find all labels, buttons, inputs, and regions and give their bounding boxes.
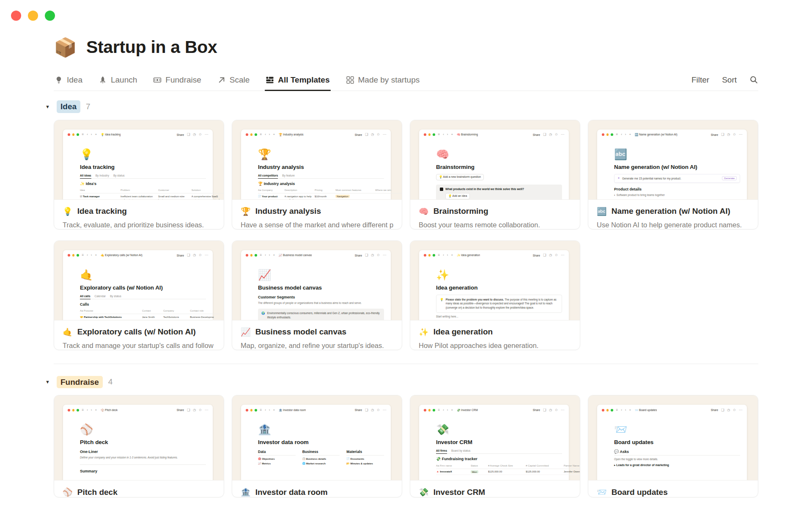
preview-page-title: Investor data room	[258, 439, 384, 445]
template-card-idea-tracking[interactable]: ≡‹›+💡 Idea trackingShare❑◷✩⋯💡Idea tracki…	[54, 120, 224, 229]
preview-window-title: 📨 Board updates	[635, 409, 657, 412]
preview-table-cell: $125,000.00	[526, 469, 563, 475]
lightbulb-icon	[55, 76, 63, 84]
status-tag: Navigation	[335, 195, 349, 198]
template-card-investor-data-room[interactable]: ≡‹›+🏦 Investor data roomShare❑◷✩⋯🏦Invest…	[232, 395, 402, 497]
collapse-triangle-icon[interactable]: ▼	[45, 104, 51, 109]
card-preview: ≡‹›+🔤 Name generation (w/ Notion AI)Shar…	[588, 120, 758, 200]
preview-table-header: Aa Firm name	[436, 463, 471, 469]
share-label: Share	[177, 409, 184, 411]
card-info: 🧠BrainstormingBoost your teams remote co…	[410, 200, 580, 229]
template-card-board-updates[interactable]: ≡‹›+📨 Board updatesShare❑◷✩⋯📨Board updat…	[588, 395, 758, 497]
collapse-triangle-icon[interactable]: ▼	[45, 379, 51, 384]
preview-subheading: One-Liner	[80, 450, 206, 454]
tab-made-by-startups[interactable]: Made by startups	[345, 69, 421, 91]
mini-maximize-icon	[433, 409, 435, 411]
tab-label: Idea	[67, 75, 82, 85]
preview-view-tabs: All callsCalendarBy status	[80, 295, 206, 299]
banknote-icon	[153, 76, 162, 84]
mini-minimize-icon	[72, 254, 75, 257]
template-card-industry-analysis[interactable]: ≡‹›+🏆 Industry analysisShare❑◷✩⋯🏆Industr…	[232, 120, 402, 229]
preview-table-header: Where we win	[375, 188, 402, 193]
preview-page-emoji: 📨	[614, 424, 740, 435]
preview-window-chrome: ≡‹›+💡 Idea trackingShare❑◷✩⋯	[63, 130, 213, 140]
preview-subheading: Summary	[80, 469, 206, 473]
sparkle-icon: ✦	[617, 177, 620, 180]
card-title: 💸Investor CRM	[419, 487, 571, 497]
mini-minimize-icon	[428, 133, 431, 136]
comment-icon: ❑	[365, 133, 368, 136]
tab-fundraise[interactable]: Fundraise	[152, 69, 202, 91]
search-icon[interactable]	[749, 75, 758, 84]
card-emoji: 📨	[597, 487, 607, 497]
comment-icon: ❑	[365, 409, 368, 412]
template-card-name-generation-w-notion-ai[interactable]: ≡‹›+🔤 Name generation (w/ Notion AI)Shar…	[588, 120, 758, 229]
preview-window-body: 🏆Industry analysisAll competitorsBy feat…	[241, 149, 391, 200]
preview-divider	[80, 464, 206, 465]
section-name-pill[interactable]: Idea	[57, 100, 80, 113]
preview-column: Business📋 Business details🌐 Market resea…	[302, 450, 340, 465]
preview-window-chrome: ≡‹›+🤙 Exploratory calls (w/ Notion AI)Sh…	[63, 250, 213, 261]
mini-minimize-icon	[250, 133, 253, 136]
preview-page-title: Industry analysis	[258, 164, 384, 170]
maximize-button[interactable]	[45, 11, 55, 21]
template-card-idea-generation[interactable]: ≡‹›+✨ Idea generationShare❑◷✩⋯✨Idea gene…	[410, 240, 580, 350]
card-description: Use Notion AI to help generate product n…	[597, 221, 749, 229]
card-grid: ≡‹›+⚾ Pitch deckShare❑◷✩⋯⚾Pitch deckOne-…	[54, 395, 758, 497]
menu-icon: ≡	[260, 133, 262, 136]
more-icon: ⋯	[739, 409, 742, 412]
template-card-investor-crm[interactable]: ≡‹›+💸 Investor CRMShare❑◷✩⋯💸Investor CRM…	[410, 395, 580, 497]
preview-callout: 💡Please state the problem you want to di…	[436, 295, 562, 313]
preview-tab: All competitors	[258, 174, 278, 179]
template-card-pitch-deck[interactable]: ≡‹›+⚾ Pitch deckShare❑◷✩⋯⚾Pitch deckOne-…	[54, 395, 224, 497]
preview-table: Aa PurposeContactCompanyContact role🤝 Pa…	[80, 308, 221, 320]
preview-table-header: # Capital Committed	[526, 463, 563, 469]
mini-maximize-icon	[433, 133, 435, 136]
mini-minimize-icon	[72, 409, 75, 411]
tab-scale[interactable]: Scale	[217, 69, 251, 91]
card-preview: ≡‹›+🏆 Industry analysisShare❑◷✩⋯🏆Industr…	[232, 120, 402, 200]
preview-paragraph: Open the toggle to view more details.	[614, 457, 740, 461]
comment-icon: ❑	[543, 133, 546, 136]
preview-page-emoji: ⚾	[80, 424, 206, 435]
template-card-exploratory-calls-w-notion-ai[interactable]: ≡‹›+🤙 Exploratory calls (w/ Notion AI)Sh…	[54, 240, 224, 350]
back-icon: ‹	[443, 133, 444, 136]
minimize-button[interactable]	[28, 11, 38, 21]
preview-link-item: 🌐 Market research	[302, 462, 340, 465]
tab-launch[interactable]: Launch	[98, 69, 138, 91]
tab-all-templates[interactable]: All Templates	[265, 69, 330, 91]
preview-page-emoji: 🔤	[614, 149, 740, 160]
clock-icon: ◷	[193, 409, 196, 412]
back-icon: ‹	[87, 133, 88, 136]
preview-link-item: 🎯 Objectives	[258, 457, 296, 460]
plus-icon: +	[629, 409, 631, 412]
section-name-pill[interactable]: Fundraise	[57, 376, 103, 389]
tab-idea[interactable]: Idea	[54, 69, 83, 91]
card-info: 📈Business model canvasMap, organize, and…	[232, 320, 402, 350]
preview-window-body: 🤙Exploratory calls (w/ Notion AI)All cal…	[63, 270, 213, 320]
preview-ai-text: Generate me 15 potential names for my pr…	[622, 177, 720, 180]
preview-table-row: 🔺 InnovateXWon$125,000.00$125,000.00Jenn…	[436, 469, 580, 475]
preview-table-header: Company	[163, 308, 190, 314]
menu-icon: ≡	[82, 133, 84, 136]
card-preview: ≡‹›+✨ Idea generationShare❑◷✩⋯✨Idea gene…	[410, 241, 580, 320]
star-icon: ✩	[377, 409, 380, 412]
preview-window-title: 💡 Idea tracking	[101, 133, 121, 136]
mini-close-icon	[424, 133, 426, 136]
star-icon: ✩	[555, 254, 558, 257]
preview-table-cell: Business Developme	[190, 314, 221, 320]
page-icon[interactable]: 📦	[54, 38, 77, 57]
sort-button[interactable]: Sort	[722, 75, 737, 85]
template-card-business-model-canvas[interactable]: ≡‹›+📈 Business model canvasShare❑◷✩⋯📈Bus…	[232, 240, 402, 350]
filter-button[interactable]: Filter	[691, 75, 709, 85]
preview-window-title: 🤙 Exploratory calls (w/ Notion AI)	[101, 254, 142, 257]
preview-table-cell: $10/month	[315, 193, 335, 200]
preview-button: 💡 Add an idea	[445, 193, 470, 199]
preview-section-title: Calls	[80, 302, 206, 306]
preview-tab: By feature	[282, 174, 295, 178]
preview-window-body: 📈Business model canvasCustomer SegmentsT…	[241, 270, 391, 320]
template-card-brainstorming[interactable]: ≡‹›+🧠 BrainstormingShare❑◷✩⋯🧠Brainstormi…	[410, 120, 580, 229]
tab-label: Fundraise	[165, 75, 201, 85]
preview-window-chrome: ≡‹›+🧠 BrainstormingShare❑◷✩⋯	[419, 130, 569, 140]
close-button[interactable]	[11, 11, 21, 21]
